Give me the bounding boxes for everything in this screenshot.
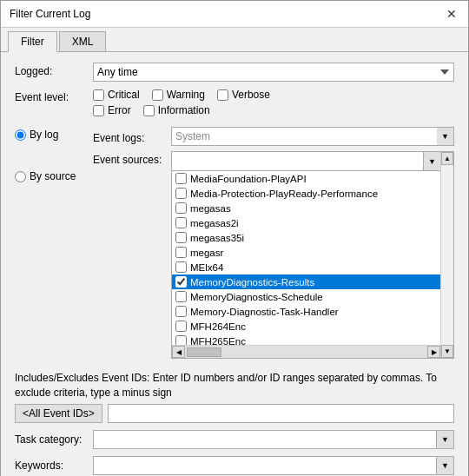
source-label-6: MElx64 — [190, 262, 223, 273]
event-level-row: Event level: Critical Warning — [15, 89, 454, 120]
source-label-9: Memory-Diagnostic-Task-Handler — [190, 307, 339, 317]
source-item-5[interactable]: megasr — [172, 245, 440, 260]
critical-checkbox-item: Critical — [93, 89, 140, 101]
source-item-2[interactable]: megasas — [172, 201, 440, 215]
sources-dropdown-btn[interactable]: ▼ — [423, 152, 440, 170]
source-label-1: Media-Protection-PlayReady-Performance — [190, 188, 378, 199]
logged-control: Any time Last hour Last 12 hours Last 24… — [93, 63, 454, 82]
event-ids-input[interactable] — [108, 404, 454, 423]
source-label-0: MediaFoundation-PlayAPI — [190, 174, 307, 184]
keywords-input[interactable] — [93, 456, 437, 475]
source-label-10: MFH264Enc — [190, 321, 246, 332]
source-checkbox-9[interactable] — [175, 306, 187, 317]
by-source-radio[interactable] — [15, 171, 26, 182]
scroll-v-track — [441, 165, 453, 345]
event-sources-label: Event sources: — [93, 151, 171, 166]
event-logs-input[interactable] — [171, 127, 454, 146]
event-sources-row: Event sources: ▼ — [93, 151, 454, 359]
source-item-8[interactable]: MemoryDiagnostics-Schedule — [172, 289, 440, 304]
source-label-7: MemoryDiagnostics-Results — [190, 277, 314, 288]
error-checkbox-item: Error — [93, 104, 131, 116]
source-item-0[interactable]: MediaFoundation-PlayAPI — [172, 171, 440, 186]
sources-scrollbar-h: ◀ ▶ — [172, 345, 440, 358]
information-label: Information — [158, 104, 210, 116]
source-item-1[interactable]: Media-Protection-PlayReady-Performance — [172, 186, 440, 201]
event-logs-label: Event logs: — [93, 129, 171, 144]
includes-section: Includes/Excludes Event IDs: Enter ID nu… — [15, 371, 454, 423]
source-label-8: MemoryDiagnostics-Schedule — [190, 292, 323, 302]
source-item-11[interactable]: MFH265Enc — [172, 334, 440, 345]
by-log-radio[interactable] — [15, 129, 26, 141]
source-checkbox-5[interactable] — [175, 247, 187, 258]
tab-bar: Filter XML — [1, 28, 468, 52]
includes-text: Includes/Excludes Event IDs: Enter ID nu… — [15, 372, 437, 399]
source-checkbox-0[interactable] — [175, 173, 187, 184]
keywords-row: Keywords: ▼ — [15, 456, 454, 475]
source-item-9[interactable]: Memory-Diagnostic-Task-Handler — [172, 304, 440, 319]
critical-checkbox[interactable] — [93, 89, 104, 101]
scroll-up-btn[interactable]: ▲ — [441, 152, 453, 165]
information-checkbox-item: Information — [143, 104, 210, 116]
source-label-2: megasas — [190, 203, 231, 214]
close-button[interactable]: ✕ — [444, 6, 459, 22]
event-sources-container: ▼ MediaFoundation-PlayAPI — [171, 151, 454, 359]
sources-dropdown-wrapper: ▼ MediaFoundation-PlayAPI — [171, 151, 454, 359]
dialog-content: Logged: Any time Last hour Last 12 hours… — [1, 52, 468, 476]
source-checkbox-1[interactable] — [175, 188, 187, 199]
task-category-dropdown-btn[interactable]: ▼ — [437, 430, 454, 449]
source-item-4[interactable]: megasas35i — [172, 230, 440, 245]
includes-input-row: <All Event IDs> — [15, 404, 454, 423]
warning-label: Warning — [167, 89, 205, 101]
critical-label: Critical — [108, 89, 140, 101]
source-label-11: MFH265Enc — [190, 336, 246, 346]
verbose-label: Verbose — [232, 89, 270, 101]
radio-group: By log By source — [15, 127, 93, 364]
information-checkbox[interactable] — [143, 105, 155, 116]
event-level-checkboxes-row1: Critical Warning Verbose — [93, 89, 454, 101]
sources-scrollbar-v: ▲ ▼ — [440, 152, 453, 358]
source-checkbox-7[interactable] — [175, 276, 187, 288]
source-item-3[interactable]: megasas2i — [172, 215, 440, 230]
event-logs-dropdown-container: ▼ — [171, 127, 454, 146]
source-checkbox-8[interactable] — [175, 291, 187, 302]
warning-checkbox[interactable] — [152, 89, 163, 101]
all-event-ids-btn[interactable]: <All Event IDs> — [15, 404, 102, 423]
source-label-5: megasr — [190, 248, 223, 258]
by-log-label: By log — [30, 129, 58, 141]
sources-list: MediaFoundation-PlayAPI Media-Protection… — [172, 171, 440, 345]
scroll-down-btn[interactable]: ▼ — [441, 345, 453, 358]
event-level-label: Event level: — [15, 89, 93, 103]
tab-filter[interactable]: Filter — [8, 31, 57, 52]
source-checkbox-6[interactable] — [175, 261, 187, 273]
sources-header: ▼ — [172, 152, 440, 171]
filter-dialog: Filter Current Log ✕ Filter XML Logged: … — [0, 0, 469, 476]
task-category-row: Task category: ▼ — [15, 430, 454, 449]
event-logs-dropdown-btn[interactable]: ▼ — [437, 127, 454, 146]
verbose-checkbox[interactable] — [217, 89, 228, 101]
logged-row: Logged: Any time Last hour Last 12 hours… — [15, 63, 454, 82]
source-checkbox-10[interactable] — [175, 321, 187, 332]
source-item-7[interactable]: MemoryDiagnostics-Results — [172, 274, 440, 289]
scroll-left-btn[interactable]: ◀ — [172, 346, 185, 358]
source-checkbox-11[interactable] — [175, 335, 187, 345]
error-label: Error — [108, 104, 131, 116]
tab-xml[interactable]: XML — [59, 31, 107, 51]
source-checkbox-2[interactable] — [175, 202, 187, 214]
source-label-4: megasas35i — [190, 233, 244, 243]
source-checkbox-3[interactable] — [175, 217, 187, 228]
source-item-6[interactable]: MElx64 — [172, 260, 440, 274]
source-item-10[interactable]: MFH264Enc — [172, 319, 440, 334]
verbose-checkbox-item: Verbose — [217, 89, 270, 101]
task-category-input[interactable] — [93, 430, 437, 449]
error-checkbox[interactable] — [93, 105, 104, 116]
event-logs-sources-panel: Event logs: ▼ Event sources: — [93, 127, 454, 364]
title-bar: Filter Current Log ✕ — [1, 1, 468, 28]
includes-description: Includes/Excludes Event IDs: Enter ID nu… — [15, 371, 454, 400]
keywords-dropdown-btn[interactable]: ▼ — [437, 456, 454, 475]
by-source-radio-item: By source — [15, 170, 93, 182]
by-source-label: By source — [30, 170, 76, 182]
logged-dropdown[interactable]: Any time Last hour Last 12 hours Last 24… — [93, 63, 454, 82]
source-checkbox-4[interactable] — [175, 232, 187, 243]
scroll-right-btn[interactable]: ▶ — [427, 346, 440, 358]
sources-search-input[interactable] — [172, 152, 423, 170]
